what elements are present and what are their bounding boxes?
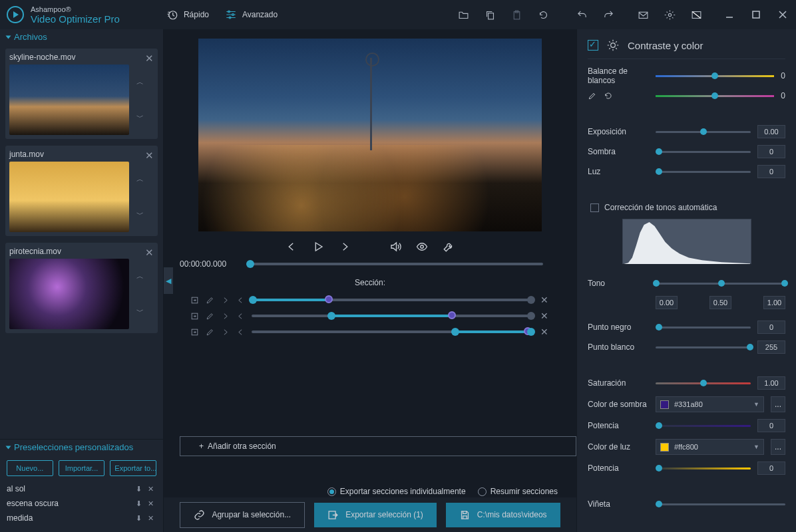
- section-range[interactable]: [252, 299, 532, 301]
- delete-icon[interactable]: ✕: [144, 485, 156, 493]
- move-down-icon[interactable]: ﹀: [133, 112, 146, 122]
- prev-frame-icon[interactable]: [286, 241, 298, 253]
- light-power-slider[interactable]: [656, 467, 751, 469]
- shadow-power-slider[interactable]: [656, 425, 751, 427]
- undo-button[interactable]: [568, 0, 595, 29]
- white-value[interactable]: 255: [757, 340, 785, 354]
- move-up-icon[interactable]: ︿: [133, 77, 146, 87]
- section-range[interactable]: [252, 331, 532, 333]
- black-slider[interactable]: [656, 327, 751, 329]
- preset-new-button[interactable]: Nuevo...: [7, 460, 53, 476]
- panel-enable-checkbox[interactable]: [588, 40, 598, 51]
- preset-export-button[interactable]: Exportar to...: [110, 460, 156, 476]
- preset-item[interactable]: al sol⬇✕: [7, 481, 156, 496]
- video-preview[interactable]: [198, 39, 542, 231]
- section-delete[interactable]: ✕: [539, 295, 550, 305]
- chevron-left-icon[interactable]: [236, 328, 245, 336]
- move-down-icon[interactable]: ﹀: [133, 307, 146, 317]
- mode-quick[interactable]: Rápido: [166, 9, 209, 21]
- tone-v1[interactable]: 0.00: [656, 296, 678, 309]
- chevron-right-icon[interactable]: [221, 296, 230, 305]
- reset-button[interactable]: [530, 0, 556, 29]
- section-export-icon[interactable]: [190, 296, 199, 305]
- wb-blue-yellow-slider[interactable]: [656, 75, 774, 77]
- export-selection-button[interactable]: Exportar selección (1): [314, 503, 437, 527]
- wrench-icon[interactable]: [443, 241, 455, 253]
- mode-advanced[interactable]: Avanzado: [225, 9, 278, 21]
- volume-icon[interactable]: [389, 241, 401, 253]
- exposure-value[interactable]: 0.00: [757, 125, 785, 138]
- preset-item[interactable]: medida⬇✕: [7, 511, 156, 525]
- tone-v3[interactable]: 1.00: [763, 296, 785, 309]
- close-button[interactable]: [769, 0, 796, 29]
- files-header[interactable]: Archivos: [0, 29, 163, 45]
- download-icon[interactable]: ⬇: [132, 485, 144, 493]
- compare-button[interactable]: [683, 0, 709, 29]
- shadow-slider[interactable]: [656, 151, 751, 153]
- shadow-color-more[interactable]: ...: [771, 396, 785, 412]
- add-section-button[interactable]: +Añadir otra sección: [180, 436, 576, 456]
- black-value[interactable]: 0: [757, 321, 785, 334]
- section-range[interactable]: [252, 315, 532, 317]
- auto-tone-checkbox[interactable]: Corrección de tonos automática: [590, 203, 785, 212]
- settings-button[interactable]: [656, 0, 683, 29]
- presets-header[interactable]: Preselecciones personalizados: [0, 440, 163, 455]
- play-icon[interactable]: [312, 241, 324, 253]
- file-remove[interactable]: ✕: [145, 53, 154, 65]
- eye-icon[interactable]: [416, 241, 428, 253]
- chevron-right-icon[interactable]: [221, 328, 230, 336]
- move-up-icon[interactable]: ︿: [133, 271, 146, 281]
- wb-green-magenta-slider[interactable]: [656, 95, 774, 97]
- preset-import-button[interactable]: Importar...: [59, 460, 105, 476]
- wb2-value[interactable]: 0: [781, 91, 785, 100]
- wb-value[interactable]: 0: [781, 71, 785, 80]
- move-down-icon[interactable]: ﹀: [133, 209, 146, 219]
- export-individual-radio[interactable]: Exportar secciones individualmente: [327, 487, 466, 496]
- open-button[interactable]: [450, 0, 477, 29]
- group-selection-button[interactable]: Agrupar la selección...: [180, 502, 305, 528]
- power2-value[interactable]: 0: [757, 462, 785, 475]
- maximize-button[interactable]: [743, 0, 769, 29]
- white-slider[interactable]: [656, 346, 751, 348]
- saturation-value[interactable]: 1.00: [757, 376, 785, 390]
- light-value[interactable]: 0: [757, 165, 785, 178]
- chevron-left-icon[interactable]: [236, 296, 245, 305]
- collapse-left-button[interactable]: ◀: [164, 267, 173, 294]
- summarize-radio[interactable]: Resumir secciones: [478, 487, 558, 496]
- mail-button[interactable]: [630, 0, 656, 29]
- light-slider[interactable]: [656, 171, 751, 173]
- minimize-button[interactable]: [716, 0, 743, 29]
- download-icon[interactable]: ⬇: [132, 499, 144, 508]
- chevron-left-icon[interactable]: [236, 312, 245, 321]
- section-delete[interactable]: ✕: [539, 311, 550, 321]
- preset-item[interactable]: escena oscura⬇✕: [7, 496, 156, 511]
- section-delete[interactable]: ✕: [539, 327, 550, 337]
- timeline-slider[interactable]: [246, 263, 543, 265]
- tone-v2[interactable]: 0.50: [709, 296, 731, 309]
- download-icon[interactable]: ⬇: [132, 514, 144, 523]
- section-export-icon[interactable]: [190, 328, 199, 336]
- copy-button[interactable]: [477, 0, 503, 29]
- edit-icon[interactable]: [206, 328, 214, 336]
- file-item[interactable]: pirotecnia.mov ✕ ︿﹀: [5, 243, 158, 333]
- power-value[interactable]: 0: [757, 419, 785, 432]
- delete-icon[interactable]: ✕: [144, 499, 156, 508]
- reset-icon[interactable]: [604, 91, 613, 100]
- shadow-color-select[interactable]: #331a80▼: [656, 396, 764, 412]
- light-color-select[interactable]: #ffc800▼: [656, 439, 764, 455]
- file-item[interactable]: junta.mov ✕ ︿﹀: [5, 146, 158, 236]
- exposure-slider[interactable]: [656, 131, 751, 133]
- delete-icon[interactable]: ✕: [144, 514, 156, 523]
- light-color-more[interactable]: ...: [771, 439, 785, 455]
- saturation-slider[interactable]: [656, 382, 751, 384]
- edit-icon[interactable]: [206, 312, 214, 321]
- shadow-value[interactable]: 0: [757, 145, 785, 158]
- vignette-slider[interactable]: [656, 503, 785, 505]
- tone-slider[interactable]: [656, 283, 785, 285]
- section-export-icon[interactable]: [190, 312, 199, 321]
- file-remove[interactable]: ✕: [145, 247, 154, 259]
- chevron-right-icon[interactable]: [221, 312, 230, 321]
- redo-button[interactable]: [595, 0, 622, 29]
- file-remove[interactable]: ✕: [145, 150, 154, 162]
- eyedropper-icon[interactable]: [588, 91, 597, 100]
